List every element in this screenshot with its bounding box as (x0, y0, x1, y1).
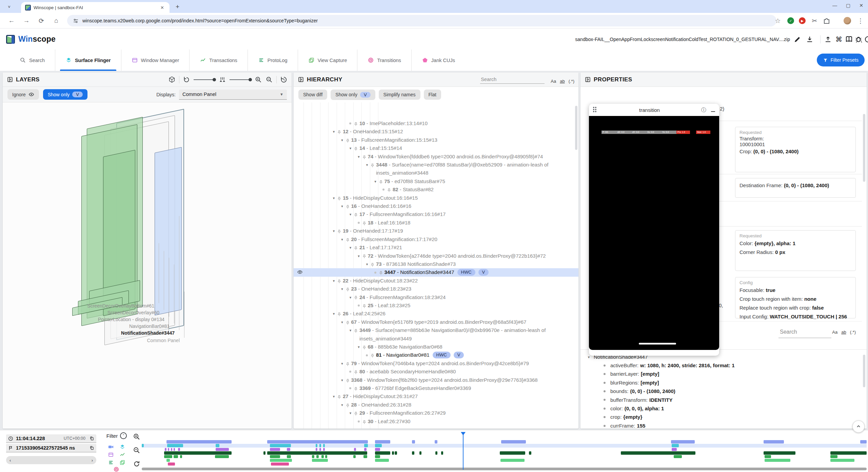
pin-icon[interactable] (345, 287, 350, 292)
tree-node-10[interactable]: 10 - ImePlaceholder:13:14#10 (294, 119, 578, 127)
tree-node-73[interactable]: ▾73 - 8736138 NotificationShade#73 (294, 260, 578, 268)
view-capture-icon[interactable] (119, 459, 125, 466)
pin-icon[interactable] (362, 155, 367, 160)
expand-arrow-icon[interactable]: ▾ (331, 127, 337, 136)
track-protolog-segment[interactable] (174, 455, 178, 458)
track-transactions-segment[interactable] (395, 451, 397, 455)
extension-red-icon[interactable]: ▶ (799, 17, 806, 24)
properties-search-input[interactable]: Search (780, 329, 797, 335)
pin-icon[interactable] (345, 403, 350, 408)
pin-icon[interactable] (370, 353, 375, 358)
track-protolog-segment[interactable] (375, 455, 380, 458)
track-protolog-segment[interactable] (353, 455, 355, 458)
flat-chip[interactable]: Flat (424, 90, 441, 100)
report-bug-icon[interactable] (854, 35, 863, 43)
zoom-out-icon[interactable] (265, 76, 273, 83)
property-item[interactable]: activeBuffer:w: 1080, h: 2400, stride: 2… (586, 361, 867, 370)
timeline-horizontal-scrollbar[interactable] (142, 468, 867, 470)
track-view-capture-segment[interactable] (375, 459, 389, 462)
property-item[interactable]: bounds:(0, 0) - (1080, 2400) (586, 387, 867, 395)
pin-icon[interactable] (353, 411, 358, 416)
expand-arrow-icon[interactable]: ▾ (339, 359, 345, 368)
pin-icon[interactable] (353, 246, 358, 251)
pin-icon[interactable] (353, 122, 358, 127)
tree-node-74[interactable]: ▾74 - WindowToken{fdddbe6 type=2000 andr… (294, 153, 578, 161)
expand-arrow-icon[interactable]: ▾ (356, 252, 362, 260)
pin-icon[interactable] (353, 329, 358, 334)
track-surface-flinger-segment[interactable] (319, 444, 321, 447)
expand-arrow-icon[interactable]: ▾ (364, 161, 370, 169)
track-window-manager-segment[interactable] (319, 448, 321, 451)
hierarchy-scrollbar[interactable] (575, 106, 577, 150)
documentation-book-icon[interactable] (845, 35, 853, 43)
track-protolog-segment[interactable] (830, 455, 837, 458)
expand-arrow-icon[interactable]: ▾ (364, 260, 370, 268)
expand-arrow-icon[interactable]: ▾ (339, 202, 345, 210)
track-protolog-segment[interactable] (180, 455, 182, 458)
track-transitions-segment[interactable] (168, 463, 175, 466)
pin-icon[interactable] (353, 387, 358, 392)
window-maximize-button[interactable]: ▢ (846, 3, 850, 8)
shortcuts-command-icon[interactable]: ⌘ (835, 35, 843, 43)
forward-icon[interactable]: → (22, 17, 31, 25)
track-screen-recording-segment[interactable] (267, 440, 368, 444)
properties-scrollbar[interactable] (863, 114, 865, 182)
track-window-manager-segment[interactable] (375, 448, 380, 451)
properties-tree[interactable]: ▾NotificationShade#3447 activeBuffer:w: … (580, 349, 867, 429)
track-protolog-segment[interactable] (164, 455, 172, 458)
track-window-manager-segment[interactable] (168, 448, 169, 451)
track-screen-recording-segment[interactable] (166, 440, 232, 444)
tree-node-27[interactable]: ▾27 - HideDisplayCutout:26:31#27 (294, 392, 578, 400)
tree-node-72[interactable]: ▾72 - WindowToken{a2746de type=2040 andr… (294, 252, 578, 260)
tab-surface-flinger[interactable]: Surface Flinger (55, 50, 121, 71)
expand-arrow-icon[interactable]: ▾ (331, 277, 337, 285)
hierarchy-search-input[interactable]: Search (480, 75, 545, 84)
scroll-right-icon[interactable]: › (92, 458, 93, 463)
expand-arrow-icon[interactable]: ▾ (356, 343, 362, 351)
properties-tree-scrollbar[interactable] (863, 355, 865, 387)
download-icon[interactable] (806, 35, 814, 43)
copy-icon[interactable] (90, 446, 94, 450)
tab-protolog[interactable]: ProtoLog (248, 50, 298, 71)
collapse-panel-icon[interactable] (585, 76, 591, 83)
scissors-extension-icon[interactable]: ✂ (810, 17, 818, 25)
tree-node-26[interactable]: ▾26 - Leaf:24:25#26 (294, 310, 578, 318)
expand-arrow-icon[interactable]: ▾ (339, 235, 345, 243)
track-screen-recording-segment[interactable] (764, 440, 784, 444)
refresh-icon[interactable] (133, 460, 140, 468)
track-transactions-segment[interactable] (621, 451, 695, 455)
zoom-in-icon[interactable] (133, 433, 140, 440)
pin-icon[interactable] (337, 196, 342, 201)
show-only-v-chip[interactable]: Show only V (43, 89, 87, 100)
theme-toggle-icon[interactable] (864, 35, 868, 43)
track-window-manager-segment[interactable] (323, 448, 325, 451)
tree-node-22[interactable]: ▾22 - HideDisplayCutout:18:23#22 (294, 277, 578, 285)
tab-jank-cujs[interactable]: Jank CUJs (411, 50, 465, 71)
tab-transitions[interactable]: Transitions (357, 50, 411, 71)
playhead-line[interactable] (463, 432, 463, 470)
track-protolog-segment[interactable] (312, 455, 314, 458)
tree-node-67[interactable]: ▾67 - WindowToken{e5176f9 type=2019 andr… (294, 318, 578, 326)
3d-cube-icon[interactable] (168, 76, 176, 83)
tree-node-24[interactable]: ▾24 - FullscreenMagnification:18:23#24 (294, 293, 578, 301)
track-transactions-segment[interactable] (392, 451, 394, 455)
tree-node-21[interactable]: ▾21 - Leaf:17:17#21 (294, 243, 578, 252)
property-item[interactable]: color:(0, 0, 0), alpha: 1 (586, 404, 867, 413)
track-window-manager-segment[interactable] (287, 448, 291, 451)
site-settings-icon[interactable] (73, 18, 79, 24)
track-screen-recording-segment[interactable] (412, 440, 415, 444)
hierarchy-tree[interactable]: 10 - ImePlaceholder:13:14#10▾12 - OneHan… (294, 102, 578, 429)
property-item[interactable]: crop:{empty} (586, 413, 867, 421)
track-surface-flinger-segment[interactable] (364, 444, 368, 447)
track-protolog-segment[interactable] (363, 455, 367, 458)
track-window-manager-segment[interactable] (354, 448, 356, 451)
expand-arrow-icon[interactable]: ▾ (348, 293, 353, 301)
track-screen-recording-segment[interactable] (435, 440, 438, 444)
track-window-manager-segment[interactable] (672, 448, 677, 451)
property-item[interactable]: currFrame:155 (586, 421, 867, 429)
tree-node-82[interactable]: 82 - StatusBar#82 (294, 185, 578, 194)
browser-tab[interactable]: Winscope | sandbox-FAI ✕ (21, 2, 170, 13)
track-surface-flinger-segment[interactable] (270, 444, 291, 447)
track-window-manager-segment[interactable] (316, 448, 317, 451)
upload-icon[interactable] (824, 35, 832, 43)
